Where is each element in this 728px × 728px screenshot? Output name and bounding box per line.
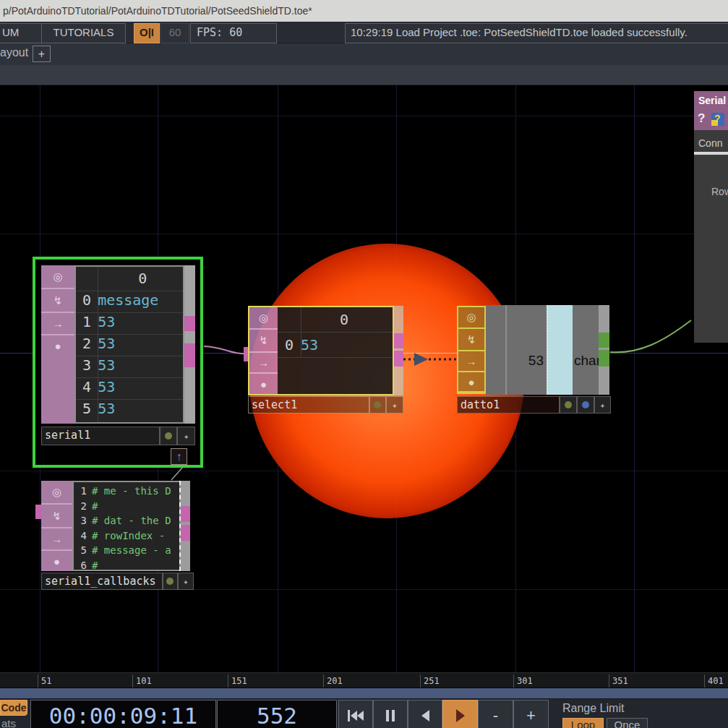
export-arrow-icon (414, 353, 428, 366)
code-line: 3# dat - the D (75, 513, 179, 528)
timecode-display[interactable]: 00:00:09:11 (30, 700, 216, 728)
serial1-table-viewer[interactable]: 0 0message 153 253 353 453 553 (74, 265, 184, 424)
callbacks-code-viewer[interactable]: 1# me - this D 2# 3# dat - the D 4# rowI… (72, 481, 181, 571)
bypass-arrow-icon[interactable]: → (249, 353, 278, 374)
fps-target: 60 (160, 23, 189, 43)
network-ruler: 51 101 151 201 251 301 351 401 (0, 672, 728, 688)
cook-flash-icon[interactable]: ↯ (41, 289, 74, 313)
cook-flash-icon[interactable]: ↯ (249, 330, 278, 352)
star-flag[interactable]: ✦ (594, 396, 611, 414)
display-flag[interactable] (369, 396, 386, 414)
dat-output-connector[interactable] (184, 343, 195, 367)
node-name-field[interactable]: datto1 (457, 396, 560, 414)
dat-output-connector[interactable] (394, 351, 403, 367)
frame-increment-button[interactable]: + (513, 700, 549, 728)
network-editor[interactable]: ◎ ↯ → ● 0 0message 153 253 353 (0, 85, 728, 672)
channel-name: chan1 (574, 353, 599, 369)
node-name-field[interactable]: serial1_callbacks (41, 573, 163, 590)
chop-output-connector[interactable] (599, 333, 609, 348)
display-icon[interactable]: ◎ (41, 265, 74, 289)
dat-output-connector[interactable] (181, 525, 190, 541)
col-header: 0 (340, 311, 348, 328)
bomb-icon[interactable]: ● (41, 551, 72, 571)
bypass-arrow-icon[interactable]: → (41, 313, 74, 335)
python-help-icon[interactable]: ? (711, 113, 724, 126)
parameter-panel[interactable]: Serial ? ? Conn Row (694, 91, 728, 343)
display-flag[interactable] (560, 396, 577, 414)
callbacks-icon-strip: ◎ ↯ → ● (41, 481, 72, 571)
chop-wire[interactable] (610, 320, 691, 352)
display-flag[interactable] (163, 573, 178, 590)
node-name-field[interactable]: serial1 (41, 427, 160, 445)
ruler-tick: 251 (424, 676, 440, 686)
code-line: 1# me - this D (75, 484, 179, 499)
ruler-tick: 351 (612, 676, 628, 686)
bomb-icon[interactable]: ● (41, 335, 74, 356)
once-button[interactable]: Once (607, 718, 648, 728)
display-icon[interactable]: ◎ (458, 307, 484, 329)
display-flag[interactable] (160, 427, 177, 445)
star-flag[interactable]: ✦ (178, 573, 194, 590)
panel-icon-row: ? ? (694, 110, 728, 130)
node-name-field[interactable]: select1 (248, 396, 369, 414)
callbacks-scrollbar[interactable] (181, 481, 190, 571)
code-button[interactable]: Code (0, 700, 27, 716)
status-message: 10:29:19 Load Project .toe: PotSeedShiel… (345, 23, 728, 43)
display-icon[interactable]: ◎ (41, 481, 72, 505)
loop-button[interactable]: Loop (562, 718, 604, 728)
table-row: 353 (76, 356, 183, 378)
cook-flash-icon[interactable]: ↯ (458, 329, 484, 351)
datto1-scrollbar[interactable] (599, 305, 609, 395)
help-icon[interactable]: ? (698, 111, 705, 126)
layout-tab[interactable]: ayout (0, 46, 28, 59)
dat-output-connector[interactable] (184, 316, 195, 331)
oi-toggle-button[interactable]: O|I (134, 23, 160, 43)
play-reverse-button[interactable] (408, 700, 442, 728)
bypass-arrow-icon[interactable]: → (458, 351, 484, 373)
timeline-range-bar[interactable] (0, 688, 728, 699)
dock-arrow-icon[interactable]: ↑ (171, 448, 187, 465)
serial1-scrollbar[interactable] (184, 265, 195, 424)
star-flag[interactable]: ✦ (177, 427, 195, 445)
node-datto1[interactable]: ◎ ↯ → ● 53 chan1 datto1 ✦ (452, 305, 612, 414)
pause-button[interactable] (373, 700, 408, 728)
datto1-icon-strip: ◎ ↯ → ● (457, 306, 486, 394)
table-row: 453 (76, 378, 183, 400)
play-button[interactable] (442, 700, 478, 728)
star-flag[interactable]: ✦ (386, 396, 403, 414)
display-icon[interactable]: ◎ (249, 307, 278, 330)
tutorials-button[interactable]: TUTORIALS (41, 23, 126, 43)
transport-bar: Code ats 00:00:09:11 552 - + Range Limit… (0, 699, 728, 728)
node-serial1-callbacks[interactable]: ◎ ↯ → ● 1# me - this D 2# 3# dat - the D… (41, 481, 197, 591)
bypass-arrow-icon[interactable]: → (41, 528, 72, 551)
table-row: 553 (76, 400, 183, 421)
code-line: 5# message - a (75, 543, 179, 558)
dat-wire[interactable] (204, 346, 247, 354)
range-limit-label: Range Limit (562, 702, 624, 715)
panel-title: Serial (694, 91, 728, 110)
ruler-tick: 101 (136, 676, 152, 686)
viewer-flag[interactable] (577, 396, 594, 414)
dat-output-connector[interactable] (181, 506, 190, 522)
channel-value-bar (547, 305, 573, 395)
select1-scrollbar[interactable] (394, 306, 403, 395)
node-serial1[interactable]: ◎ ↯ → ● 0 0message 153 253 353 (33, 257, 203, 468)
select1-table-viewer[interactable]: 0 053 (278, 307, 393, 394)
tab-connect[interactable]: Conn (698, 137, 722, 149)
dat-output-connector[interactable] (394, 333, 403, 348)
tab-underline (694, 152, 728, 155)
ruler-tick: 301 (517, 676, 533, 686)
cook-flash-icon[interactable]: ↯ (41, 505, 72, 528)
frame-display[interactable]: 552 (217, 700, 337, 728)
bomb-icon[interactable]: ● (458, 372, 484, 393)
bomb-icon[interactable]: ● (249, 374, 278, 394)
jump-to-start-button[interactable] (338, 700, 373, 728)
code-line: 6# (75, 558, 179, 572)
dat-input-connector[interactable] (35, 505, 41, 519)
chop-output-connector[interactable] (599, 350, 609, 367)
node-select1[interactable]: ◎ ↯ → ● 0 053 select1 ✦ (244, 305, 404, 414)
frame-decrement-button[interactable]: - (478, 700, 513, 728)
datto1-chop-viewer[interactable]: 53 chan1 (486, 305, 599, 395)
add-tab-button[interactable]: + (33, 46, 51, 62)
beats-label: ats (1, 717, 16, 728)
